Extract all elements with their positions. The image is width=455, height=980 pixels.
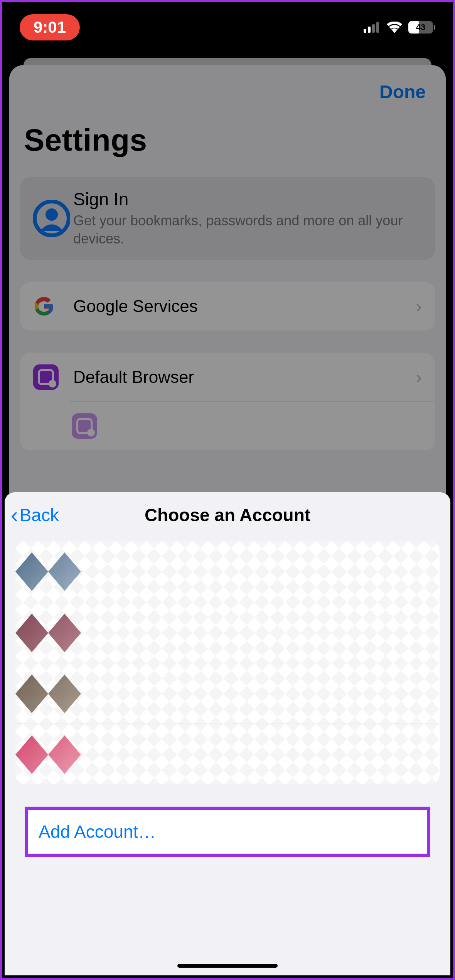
status-bar: 9:01 43 xyxy=(2,2,453,52)
default-browser-icon xyxy=(33,364,59,390)
accounts-list xyxy=(15,541,440,784)
sheet-header: ‹ Back Choose an Account xyxy=(5,492,450,538)
done-button[interactable]: Done xyxy=(379,81,426,102)
wifi-icon xyxy=(386,22,403,33)
svg-rect-1 xyxy=(368,27,371,33)
default-browser-label: Default Browser xyxy=(73,368,416,387)
account-row[interactable] xyxy=(15,602,440,663)
back-label: Back xyxy=(20,505,59,525)
home-indicator[interactable] xyxy=(177,964,278,968)
chevron-right-icon: › xyxy=(416,366,422,388)
sign-in-title: Sign In xyxy=(73,189,422,210)
browser-settings-card: Default Browser › xyxy=(20,353,435,450)
settings-row-icon xyxy=(72,413,97,439)
google-icon xyxy=(33,295,73,317)
profile-icon xyxy=(33,200,73,237)
svg-rect-0 xyxy=(364,29,366,33)
default-browser-row[interactable]: Default Browser › xyxy=(20,353,435,401)
sign-in-card[interactable]: Sign In Get your bookmarks, passwords an… xyxy=(20,177,435,260)
back-button[interactable]: ‹ Back xyxy=(11,504,59,526)
status-time: 9:01 xyxy=(34,18,66,36)
partial-row xyxy=(70,401,435,450)
sheet-title: Choose an Account xyxy=(145,505,310,525)
recording-time-pill[interactable]: 9:01 xyxy=(20,14,80,40)
add-account-button[interactable]: Add Account… xyxy=(25,807,430,857)
svg-rect-3 xyxy=(376,22,379,33)
device-frame: 9:01 43 xyxy=(0,0,455,980)
svg-rect-2 xyxy=(372,24,375,33)
account-row[interactable] xyxy=(15,663,440,723)
choose-account-sheet: ‹ Back Choose an Account xyxy=(5,492,450,975)
google-services-card[interactable]: Google Services › xyxy=(20,282,435,331)
stacked-sheet-edge xyxy=(24,58,431,65)
chevron-right-icon: › xyxy=(416,295,422,317)
chevron-left-icon: ‹ xyxy=(11,504,18,526)
google-services-label: Google Services xyxy=(73,297,416,316)
account-row[interactable] xyxy=(15,541,440,602)
battery-indicator: 43 xyxy=(408,21,435,34)
status-icons: 43 xyxy=(364,21,435,34)
battery-percent: 43 xyxy=(416,22,425,32)
svg-point-5 xyxy=(46,208,58,221)
account-row[interactable] xyxy=(15,723,440,784)
add-account-label: Add Account… xyxy=(39,821,416,842)
settings-title: Settings xyxy=(20,102,435,177)
sign-in-subtitle: Get your bookmarks, passwords and more o… xyxy=(73,212,422,248)
cellular-signal-icon xyxy=(364,22,381,33)
